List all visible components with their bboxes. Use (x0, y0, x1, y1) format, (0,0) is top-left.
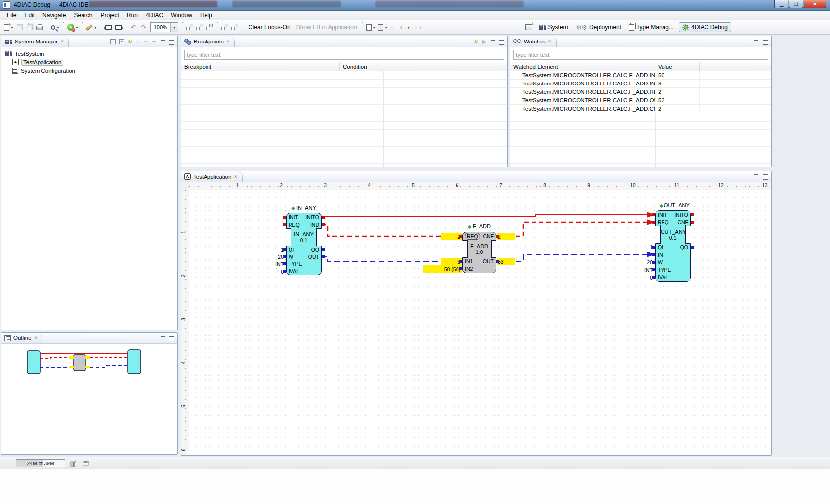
column-value[interactable]: Value (655, 62, 700, 71)
fb-layout-button-2[interactable] (195, 22, 205, 33)
fb-in-any-label[interactable]: ◆IN_ANY (291, 205, 316, 210)
watches-table-body[interactable] (510, 113, 771, 167)
home-button[interactable]: ⌂ (136, 39, 140, 44)
minimize-view-button[interactable] (160, 40, 166, 44)
value-w[interactable]: 20 (263, 253, 284, 260)
watch-value-req[interactable]: 2 (441, 233, 462, 240)
fb-layout-button-4[interactable] (220, 22, 230, 33)
fb-f-add-label[interactable]: ◆F_ADD (468, 223, 491, 229)
watch-row[interactable]: TestSystem.MICROCONTROLLER.CALC.F_ADD.CN… (510, 105, 771, 113)
marker-button[interactable]: ▼ (85, 22, 98, 33)
resume-button[interactable]: ▶ (482, 39, 487, 44)
pin-qi[interactable]: QI (289, 247, 294, 252)
expand-all-button[interactable]: + (119, 39, 124, 44)
value-type[interactable]: INT (263, 260, 284, 268)
watch-row[interactable]: TestSystem.MICROCONTROLLER.CALC.F_ADD.RE… (510, 88, 771, 96)
chevron-down-icon[interactable]: ▼ (170, 23, 178, 32)
collapse-all-button[interactable]: − (110, 39, 116, 44)
clear-focus-on-button[interactable]: Clear Focus-On (246, 24, 293, 31)
close-icon[interactable]: ✕ (548, 39, 552, 44)
monitor-right-button[interactable] (114, 22, 124, 33)
pin-qi[interactable]: QI (658, 244, 663, 250)
value-qi[interactable]: 1 (263, 246, 284, 253)
next-annotation-button[interactable]: ▼ (377, 22, 389, 33)
maximize-view-button[interactable] (169, 40, 174, 44)
pin-type[interactable]: TYPE (289, 261, 302, 267)
fb-layout-button-5[interactable] (230, 22, 240, 33)
pin-ind[interactable]: IND (310, 222, 319, 228)
watch-row[interactable]: TestSystem.MICROCONTROLLER.CALC.F_ADD.IN… (510, 71, 771, 80)
watch-value-out[interactable]: 53 (497, 258, 515, 265)
pin-init[interactable]: INIT (658, 212, 667, 218)
perspective-4diac-debug[interactable]: 4DIAC Debug (679, 22, 731, 32)
maximize-view-button[interactable] (169, 336, 174, 340)
watch-row[interactable]: TestSystem.MICROCONTROLLER.CALC.F_ADD.IN… (510, 80, 771, 88)
minimize-view-button[interactable] (490, 40, 496, 44)
perspective-type-management[interactable]: Type Manag... (626, 23, 677, 32)
maximize-button[interactable]: ❐ (789, 0, 803, 8)
watch-value-in2[interactable]: 50 (50) (423, 265, 462, 273)
event-connection-ind-req[interactable] (322, 225, 441, 236)
menu-4diac[interactable]: 4DIAC (142, 11, 167, 19)
open-perspective-button[interactable] (524, 22, 534, 33)
search-button[interactable]: ▼ (50, 22, 61, 33)
back-button[interactable]: ⇦▼ (399, 22, 411, 33)
column-breakpoint[interactable]: Breakpoint (181, 62, 340, 71)
pin-inito[interactable]: INITO (674, 212, 688, 218)
breakpoints-table-header[interactable]: Breakpoint Condition (181, 62, 507, 71)
pin-cnf[interactable]: CNF (677, 219, 688, 225)
menu-edit[interactable]: Edit (20, 11, 39, 19)
tree-item-testapplication[interactable]: A TestApplication (4, 58, 177, 66)
watch-value-in1[interactable]: 3 (441, 258, 462, 265)
back-to-location-button[interactable]: ⇦ (389, 22, 399, 33)
refresh-button[interactable]: ↻ (474, 39, 479, 44)
maximize-view-button[interactable] (763, 40, 768, 44)
pin-type[interactable]: TYPE (658, 267, 671, 273)
pin-ival[interactable]: IVAL (289, 268, 299, 274)
pin-cnf[interactable]: CNF (483, 233, 494, 239)
pin-inito[interactable]: INITO (305, 214, 319, 220)
forward-button[interactable]: ⇨ (152, 39, 157, 44)
print-button[interactable] (35, 22, 44, 33)
application-canvas[interactable]: ◆IN_ANY INITINITO REQIND IN_ANY 0.1 QIQO (190, 191, 771, 455)
outline-thumbnail[interactable] (1, 344, 177, 454)
watch-row[interactable]: TestSystem.MICROCONTROLLER.CALC.F_ADD.OU… (510, 96, 771, 105)
new-wizard-button[interactable]: ▼ (3, 22, 15, 33)
menu-run[interactable]: Run (123, 11, 142, 19)
tab-outline[interactable]: Outline ✕ (1, 333, 42, 343)
pin-init[interactable]: INIT (289, 214, 298, 220)
pin-out[interactable]: OUT (483, 258, 494, 264)
menu-window[interactable]: Window (167, 11, 196, 19)
breakpoints-filter-input[interactable] (184, 50, 504, 60)
menu-project[interactable]: Project (96, 11, 123, 19)
pin-qo[interactable]: QO (311, 247, 319, 252)
watches-filter-input[interactable] (513, 50, 768, 60)
pin-out[interactable]: OUT (308, 254, 319, 260)
maximize-view-button[interactable] (763, 174, 768, 179)
close-button[interactable]: ✕ (804, 0, 826, 8)
data-connection-out-in[interactable] (516, 254, 647, 261)
menu-navigate[interactable]: Navigate (39, 11, 70, 19)
undo-button[interactable]: ↶ (129, 22, 139, 33)
fb-out-any-label[interactable]: ◆OUT_ANY (659, 202, 690, 208)
menu-help[interactable]: Help (196, 11, 216, 19)
close-icon[interactable]: ✕ (34, 336, 38, 340)
tab-system-manager[interactable]: System Manager ✕ (1, 36, 69, 47)
column-condition[interactable]: Condition (340, 62, 383, 71)
event-connection-inito-init[interactable] (322, 215, 647, 217)
column-watched-element[interactable]: Watched Element (510, 62, 655, 71)
watch-value-cnf[interactable]: 2 (497, 233, 515, 240)
show-fb-in-application-button[interactable]: Show FB in Application (293, 24, 360, 31)
titlebar[interactable]: 4DIAC Debug - - 4DIAC-IDE ▁ ❐ ✕ (0, 0, 830, 11)
fb-layout-button-3[interactable] (205, 22, 215, 33)
zoom-combo[interactable]: 100% ▼ (150, 22, 178, 32)
fb-in-any[interactable]: INITINITO REQIND IN_ANY 0.1 QIQO WOUT TY… (286, 213, 322, 275)
pin-w[interactable]: W (658, 259, 663, 265)
pin-ival[interactable]: IVAL (658, 274, 668, 280)
redo-button[interactable]: ↷ (139, 22, 149, 33)
tree-item-system-configuration[interactable]: System Configuration (4, 66, 177, 75)
event-connection-cnf-req[interactable] (516, 222, 647, 236)
close-icon[interactable]: ✕ (60, 39, 64, 44)
data-connection-out-in1[interactable] (322, 256, 441, 261)
value-ival[interactable]: 0 (263, 268, 284, 275)
